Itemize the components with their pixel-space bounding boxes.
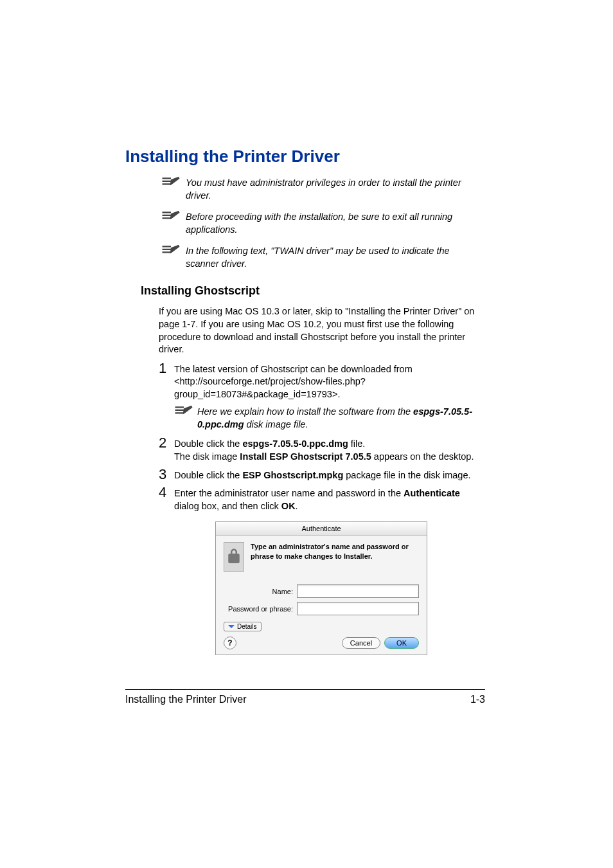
svg-rect-10 (175, 410, 184, 411)
svg-rect-7 (163, 249, 172, 250)
note-text: Before proceeding with the installation,… (186, 211, 485, 236)
help-button[interactable]: ? (224, 637, 236, 649)
name-input[interactable] (297, 584, 419, 598)
footer-page-number: 1-3 (470, 694, 485, 705)
lock-icon (224, 542, 244, 572)
intro-paragraph: If you are using Mac OS 10.3 or later, s… (159, 305, 485, 356)
note-icon (161, 210, 181, 225)
dialog-title: Authenticate (216, 522, 427, 536)
text: disk image file. (244, 419, 308, 429)
svg-rect-4 (163, 215, 172, 216)
text: The disk image (174, 451, 240, 462)
step-number: 4 (159, 485, 173, 500)
note-text: In the following text, "TWAIN driver" ma… (186, 245, 485, 270)
text: file. (348, 439, 366, 449)
svg-rect-5 (163, 217, 172, 219)
svg-rect-9 (175, 407, 184, 408)
chevron-down-icon (228, 625, 235, 628)
ok-button[interactable]: OK (384, 637, 419, 649)
password-label: Password or phrase: (224, 605, 297, 613)
step-number: 3 (159, 467, 173, 482)
name-label: Name: (224, 588, 297, 595)
svg-rect-8 (163, 252, 172, 253)
step-1: 1 The latest version of Ghostscript can … (159, 361, 485, 401)
step-4: 4 Enter the administrator user name and … (159, 485, 485, 512)
note-icon (161, 244, 181, 259)
step-2: 2 Double click the espgs-7.05.5-0.ppc.dm… (159, 436, 485, 463)
note-text: You must have administrator privileges i… (186, 177, 485, 202)
text: . (296, 501, 298, 511)
svg-rect-0 (163, 177, 172, 179)
cancel-button[interactable]: Cancel (342, 637, 380, 649)
page-footer: Installing the Printer Driver 1-3 (125, 689, 485, 705)
svg-rect-3 (163, 212, 172, 213)
filename: espgs-7.05.5-0.ppc.dmg (242, 439, 348, 449)
step-number: 1 (159, 361, 173, 375)
step-text: Double click the espgs-7.05.5-0.ppc.dmg … (174, 436, 474, 463)
svg-rect-11 (175, 413, 184, 414)
filename: ESP Ghostscript.mpkg (242, 470, 343, 480)
details-label: Details (237, 623, 257, 630)
step-1-note: Here we explain how to install the softw… (174, 406, 485, 431)
svg-rect-2 (163, 183, 172, 185)
svg-rect-1 (163, 181, 172, 182)
note-twain: In the following text, "TWAIN driver" ma… (161, 245, 485, 270)
step-number: 2 (159, 436, 173, 450)
note-icon (161, 176, 181, 191)
svg-rect-6 (163, 246, 172, 248)
note-admin: You must have administrator privileges i… (161, 177, 485, 202)
note-text: Here we explain how to install the softw… (197, 406, 485, 431)
text: Double click the (174, 470, 242, 480)
step-3: 3 Double click the ESP Ghostscript.mpkg … (159, 467, 485, 482)
note-exit-apps: Before proceeding with the installation,… (161, 211, 485, 236)
details-disclosure[interactable]: Details (224, 622, 262, 631)
password-input[interactable] (297, 602, 419, 615)
text: package file in the disk image. (343, 470, 470, 480)
section-subheading: Installing Ghostscript (141, 284, 485, 298)
button-name: OK (281, 501, 296, 511)
text: appears on the desktop. (371, 451, 474, 462)
step-text: Enter the administrator user name and pa… (174, 485, 485, 512)
text: Here we explain how to install the softw… (197, 406, 413, 417)
text: Double click the (174, 439, 242, 449)
step-text: The latest version of Ghostscript can be… (174, 361, 485, 401)
disk-image-name: Install ESP Ghostscript 7.05.5 (240, 451, 371, 462)
dialog-name: Authenticate (404, 488, 460, 498)
page-title: Installing the Printer Driver (125, 147, 485, 167)
text: Enter the administrator user name and pa… (174, 488, 404, 498)
step-text: Double click the ESP Ghostscript.mpkg pa… (174, 467, 471, 482)
note-icon (174, 404, 193, 420)
dialog-message: Type an administrator's name and passwor… (251, 542, 419, 561)
text: dialog box, and then click (174, 501, 281, 511)
authenticate-dialog: Authenticate Type an administrator's nam… (215, 521, 427, 655)
footer-title: Installing the Printer Driver (125, 694, 247, 705)
